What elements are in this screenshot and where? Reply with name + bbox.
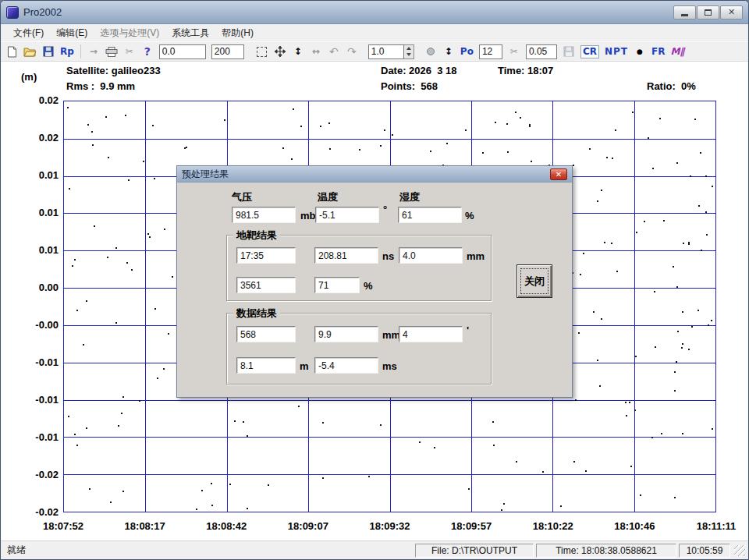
resize-grip[interactable] [734,545,745,556]
maximize-button[interactable] [697,5,719,19]
dot-icon[interactable]: ● [634,44,646,58]
data-point [86,300,87,302]
humidity-field[interactable] [398,207,462,223]
undo-icon[interactable]: ↶ [328,44,340,58]
lens-icon[interactable] [424,44,437,58]
data-rms-field[interactable] [314,326,378,342]
data-point [706,234,708,236]
x-tick-label: 18:11:11 [697,520,737,532]
data-results-title: 数据结果 [233,307,280,321]
data-point [652,168,654,169]
menu-help[interactable]: 帮助(H) [215,24,260,42]
target-rms-field[interactable] [399,247,463,264]
data-point [76,445,78,446]
data-point [74,259,76,261]
y-tick-label: 0.02 [2,94,59,106]
npt-button[interactable]: NPT [605,44,628,58]
y-tick-label: -0.02 [2,469,59,480]
close-button[interactable]: ✕ [720,5,743,19]
minimize-icon [681,14,688,16]
data-point [201,490,203,491]
data-point [676,162,678,164]
menu-edit[interactable]: 编辑(E) [50,24,94,42]
save-file-icon[interactable] [42,44,55,58]
data-point [105,116,107,118]
chart-region: Satellite: galileo233 Date: 2026 3 18 Ti… [1,62,748,541]
data-point [700,152,701,154]
menu-options-processing[interactable]: 选项与处理(V) [94,24,165,42]
data-point [329,148,331,150]
new-file-icon[interactable] [5,44,18,58]
data-points-field[interactable] [236,326,296,342]
data-point [516,461,517,463]
fr-button[interactable]: FR [651,44,665,58]
data-angle-field[interactable] [399,326,463,342]
rp-button[interactable]: Rp [60,44,74,58]
zoom-extents-icon[interactable] [256,44,268,58]
scale-field[interactable] [368,44,404,59]
data-offset-unit: ms [382,360,397,372]
data-point [92,144,94,146]
print-icon[interactable] [105,44,118,58]
data-point [711,320,712,321]
data-point [139,400,140,402]
target-count-field[interactable] [236,277,296,293]
data-point [492,421,494,423]
cut-icon[interactable]: ✂ [123,44,136,58]
minimize-button[interactable] [673,5,696,19]
target-range-field[interactable] [314,247,378,264]
app-window: Pro2002 ✕ 文件(F) 编辑(E) 选项与处理(V) 系统工具 帮助(H… [0,0,749,560]
temperature-unit: ° [383,204,387,215]
data-height-field[interactable] [236,357,296,374]
data-point [606,157,608,158]
forward-arrow-icon[interactable]: → [87,44,100,58]
dialog-close-button[interactable]: ✕ [550,168,567,180]
redo-icon[interactable]: ↷ [346,44,358,58]
data-point [68,416,69,417]
horizontal-fit-icon[interactable]: ↔ [310,44,322,58]
p-field[interactable] [479,44,502,59]
dialog-title-bar[interactable]: 预处理结果 ✕ [177,166,572,183]
vertical-fit-icon[interactable]: ↕ [292,44,304,58]
data-point [118,425,119,427]
window-title: Pro2002 [23,6,62,18]
data-point [300,126,302,127]
data-point [72,265,73,267]
save-disabled-icon[interactable] [563,44,575,58]
status-ready: 就绪 [7,544,26,557]
data-point [573,165,574,166]
mi-button[interactable]: M∥ [670,44,684,58]
open-file-icon[interactable] [23,44,37,58]
data-point [542,471,544,473]
data-point [131,269,133,271]
cr-button[interactable]: CR [580,45,599,58]
dialog-close-action-button[interactable]: 关闭 [516,264,552,298]
updown-icon[interactable]: ↕ [442,44,455,58]
data-point [573,461,575,463]
x-tick-label: 18:10:46 [614,520,655,532]
offset-field[interactable] [159,44,206,59]
scissors-icon[interactable]: ✂ [508,44,520,58]
target-ratio-field[interactable] [314,277,360,293]
status-file-panel: File: D:\TR\OUTPUT [415,544,534,558]
pressure-field[interactable] [232,207,296,223]
po-button[interactable]: Po [460,44,474,58]
pan-move-icon[interactable] [274,44,286,58]
close-icon: ✕ [728,8,735,16]
preprocess-dialog: 预处理结果 ✕ 气压 温度 湿度 mb ° % 地靶结果 ns mm % [176,165,573,398]
scale-spinner[interactable] [404,44,414,59]
menu-bar: 文件(F) 编辑(E) 选项与处理(V) 系统工具 帮助(H) [1,24,748,41]
menu-file[interactable]: 文件(F) [7,24,50,42]
data-point [529,124,531,126]
help-icon[interactable]: ? [141,44,154,58]
data-point [359,149,360,151]
data-point [89,488,91,490]
eps-field[interactable] [526,44,557,59]
temperature-field[interactable] [315,207,379,223]
menu-system-tools[interactable]: 系统工具 [165,24,215,42]
data-offset-field[interactable] [314,357,378,374]
target-time-field[interactable] [236,247,296,264]
title-bar[interactable]: Pro2002 ✕ [1,1,748,24]
toolbar: Rp → ✂ ? ↕ ↔ ↶ ↷ ↕ Po ✂ CR NPT ● FR M∥ [1,41,748,62]
points-field[interactable] [211,44,244,59]
